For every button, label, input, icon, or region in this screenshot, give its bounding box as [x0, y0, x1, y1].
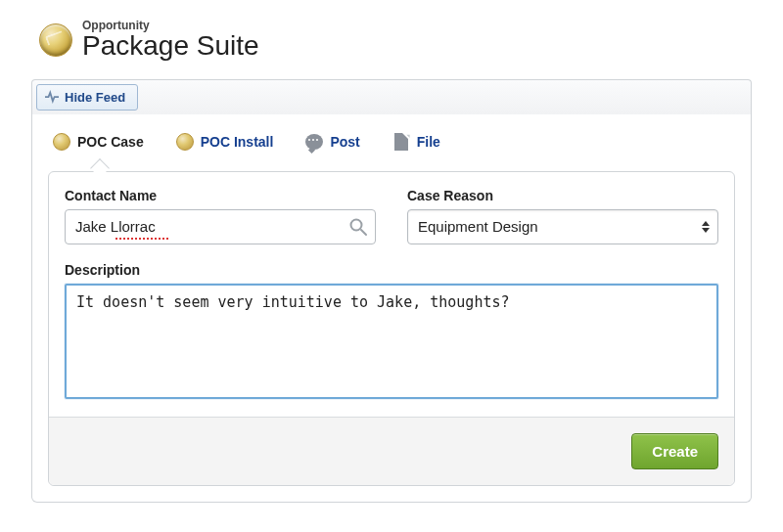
search-icon[interactable]	[348, 217, 368, 237]
feed-bar: Hide Feed	[31, 79, 752, 114]
record-header-text: Opportunity Package Suite	[82, 20, 259, 62]
pulse-icon	[45, 90, 59, 104]
publisher-tabs: POC Case POC Install Post File	[32, 114, 751, 161]
file-icon	[392, 132, 411, 152]
publisher-area: POC Case POC Install Post File	[31, 114, 752, 503]
case-reason-select[interactable]: Equipment Design	[407, 209, 718, 244]
opportunity-icon	[39, 23, 72, 57]
contact-name-lookup	[65, 209, 376, 244]
tab-pointer-row	[48, 161, 735, 171]
case-reason-label: Case Reason	[407, 188, 718, 203]
record-header: Opportunity Package Suite	[0, 0, 783, 69]
tab-poc-install[interactable]: POC Install	[171, 126, 278, 161]
contact-name-label: Contact Name	[65, 188, 376, 203]
hide-feed-button[interactable]: Hide Feed	[36, 84, 138, 111]
tab-label: Post	[330, 134, 359, 150]
tab-post[interactable]: Post	[300, 126, 363, 161]
panel-footer: Create	[49, 417, 734, 485]
tab-file[interactable]: File	[388, 126, 444, 161]
publisher-panel: Contact Name Case Reason Equipment Desig…	[48, 171, 735, 486]
description-label: Description	[65, 262, 718, 278]
svg-point-0	[351, 219, 362, 230]
coin-icon	[175, 132, 195, 152]
svg-line-1	[361, 230, 366, 235]
description-textarea[interactable]	[65, 284, 718, 399]
coin-icon	[52, 132, 71, 152]
tab-label: POC Case	[77, 134, 144, 150]
tab-label: POC Install	[201, 134, 274, 150]
hide-feed-label: Hide Feed	[65, 90, 125, 105]
contact-name-input[interactable]	[65, 209, 376, 244]
tab-poc-case[interactable]: POC Case	[48, 126, 148, 161]
chat-bubble-icon	[304, 132, 324, 152]
tab-label: File	[417, 134, 440, 150]
create-button[interactable]: Create	[631, 433, 718, 469]
record-title: Package Suite	[82, 31, 259, 62]
case-reason-select-wrap: Equipment Design	[407, 209, 718, 244]
